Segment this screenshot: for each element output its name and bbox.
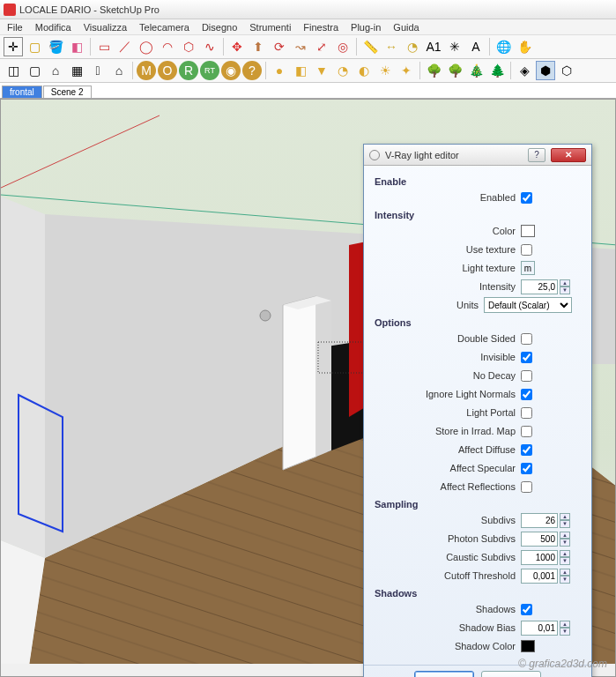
light-texture-button[interactable]: m [521,261,535,275]
checkbox-use-texture[interactable] [521,244,532,256]
input-shadow-bias[interactable] [521,621,558,636]
dialog-titlebar[interactable]: V-Ray light editor ? ✕ [364,145,591,166]
house-icon[interactable]: ⌂ [46,61,65,80]
checkbox-affect-reflections[interactable] [521,481,532,493]
checkbox-shadows[interactable] [521,604,532,615]
section-options: Options [375,317,581,328]
followme-tool-icon[interactable]: ↝ [291,37,310,56]
input-intensity[interactable] [521,279,558,294]
protractor-tool-icon[interactable]: ◔ [403,37,422,56]
freehand-tool-icon[interactable]: ∿ [200,37,219,56]
pan-tool-icon[interactable]: ✋ [515,37,534,56]
cube-icon[interactable]: ◫ [4,61,23,80]
arc-tool-icon[interactable]: ◠ [158,37,177,56]
vray-help-icon[interactable]: ? [242,61,262,80]
checkbox-ignore-normals[interactable] [521,389,532,400]
label-use-texture: Use texture [375,244,521,255]
rectangle-tool-icon[interactable]: ▭ [94,37,114,56]
light-spot-icon[interactable]: ▼ [312,61,331,80]
checkbox-double-sided[interactable] [521,333,532,345]
dimension-tool-icon[interactable]: ↔ [382,37,401,56]
ok-button[interactable]: OK [414,671,474,677]
scene-tab-frontal[interactable]: frontal [2,86,42,98]
input-subdivs[interactable] [521,513,558,528]
paint-tool-icon[interactable]: 🪣 [46,37,65,56]
component-tool-icon[interactable]: ▢ [25,37,44,56]
eraser-tool-icon[interactable]: ◧ [67,37,86,56]
offset-tool-icon[interactable]: ◎ [333,37,353,56]
label-color: Color [375,226,521,236]
3dtext-tool-icon[interactable]: A [466,37,486,56]
input-cutoff-threshold[interactable] [521,569,558,584]
tree1-icon[interactable]: 🌳 [424,61,443,80]
light-sun-icon[interactable]: ☀ [375,61,395,80]
polygon-tool-icon[interactable]: ⬡ [179,37,198,56]
input-caustic-subdivs[interactable] [521,550,558,565]
spinner-intensity[interactable]: ▲▼ [560,279,570,294]
spinner-shadow-bias[interactable]: ▲▼ [560,621,570,636]
light-ies-icon[interactable]: ◔ [333,61,353,80]
vray-misc-icon[interactable]: ◉ [221,61,241,80]
spinner-photon-subdivs[interactable]: ▲▼ [560,532,570,547]
iso-view-icon[interactable]: ◈ [515,61,534,80]
input-photon-subdivs[interactable] [521,532,558,547]
pushpull-tool-icon[interactable]: ⬆ [249,37,268,56]
help-button[interactable]: ? [528,148,545,162]
spinner-caustic-subdivs[interactable]: ▲▼ [560,550,570,565]
menu-guida[interactable]: Guida [388,20,424,34]
shadow-color-swatch[interactable] [521,640,535,652]
spinner-cutoff[interactable]: ▲▼ [560,569,570,584]
top-view-icon[interactable]: ⬢ [536,61,555,80]
tree4-icon[interactable]: 🌲 [487,61,507,80]
menu-visualizza[interactable]: Visualizza [78,20,132,34]
label-light-texture: Light texture [375,263,521,273]
label-light-portal: Light Portal [375,407,521,418]
checkbox-store-irrad[interactable] [521,426,532,437]
wall-icon[interactable]: ▦ [67,61,86,80]
menu-finestra[interactable]: Finestra [298,20,344,34]
light-sphere-icon[interactable]: ● [270,61,289,80]
checkbox-no-decay[interactable] [521,370,532,382]
circle-tool-icon[interactable]: ◯ [137,37,156,56]
menu-modifica[interactable]: Modifica [30,20,77,34]
menu-strumenti[interactable]: Strumenti [244,20,296,34]
close-button[interactable]: ✕ [551,148,586,162]
light-rect-icon[interactable]: ◧ [291,61,310,80]
section-enable: Enable [375,176,581,187]
tree3-icon[interactable]: 🎄 [466,61,486,80]
light-dome-icon[interactable]: ◐ [354,61,374,80]
line-tool-icon[interactable]: ／ [115,37,135,56]
move-tool-icon[interactable]: ✥ [227,37,247,56]
vray-r-icon[interactable]: R [179,61,198,80]
axes-tool-icon[interactable]: ✳ [445,37,464,56]
select-tool-icon[interactable]: ✛ [4,37,23,56]
cancel-button[interactable]: Cancel [481,671,541,677]
menu-telecamera[interactable]: Telecamera [134,20,195,34]
scale-tool-icon[interactable]: ⤢ [312,37,331,56]
checkbox-enabled[interactable] [521,192,532,204]
text-tool-icon[interactable]: A1 [424,37,443,56]
tape-tool-icon[interactable]: 📏 [360,37,380,56]
vray-rt-icon[interactable]: RT [200,61,219,80]
checkbox-affect-specular[interactable] [521,463,532,474]
tree2-icon[interactable]: 🌳 [445,61,464,80]
color-swatch[interactable] [521,225,535,237]
house2-icon[interactable]: ⌂ [109,61,129,80]
scene-tab-scene2[interactable]: Scene 2 [43,86,92,98]
front-view-icon[interactable]: ⬡ [557,61,576,80]
light-omni-icon[interactable]: ✦ [397,61,416,80]
vray-o-icon[interactable]: O [158,61,177,80]
menu-plugin[interactable]: Plug-in [345,20,386,34]
box-icon[interactable]: ▢ [25,61,44,80]
checkbox-invisible[interactable] [521,352,532,363]
select-units[interactable]: Default (Scalar) [484,297,572,313]
checkbox-affect-diffuse[interactable] [521,444,532,456]
menu-file[interactable]: File [2,20,28,34]
stairs-icon[interactable]: 𓊍 [88,61,108,80]
rotate-tool-icon[interactable]: ⟳ [270,37,289,56]
menu-disegno[interactable]: Disegno [197,20,242,34]
orbit-tool-icon[interactable]: 🌐 [494,37,513,56]
spinner-subdivs[interactable]: ▲▼ [560,513,570,528]
vray-m-icon[interactable]: M [137,61,156,80]
checkbox-light-portal[interactable] [521,407,532,419]
